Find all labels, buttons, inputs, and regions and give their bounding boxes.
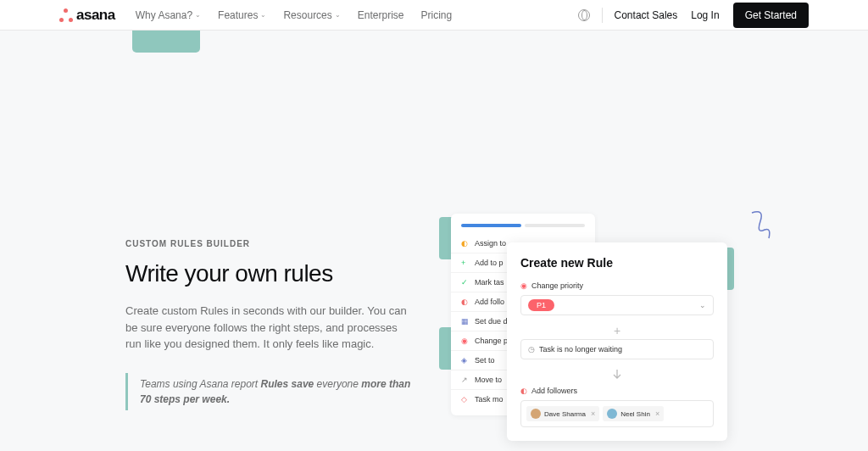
squiggle-icon <box>748 209 773 242</box>
testimonial-quote: Teams using Asana report Rules save ever… <box>125 373 414 410</box>
chevron-down-icon: ⌄ <box>260 11 266 19</box>
chevron-down-icon: ⌄ <box>335 11 341 19</box>
globe-icon[interactable] <box>578 9 590 21</box>
divider <box>602 8 603 23</box>
comment-icon: ◇ <box>461 395 470 404</box>
clock-icon: ◷ <box>528 345 535 354</box>
user-chip[interactable]: Dave Sharma× <box>526 406 599 421</box>
field-label: ◉Change priority <box>520 281 714 290</box>
avatar <box>607 409 617 419</box>
nav-enterprise[interactable]: Enterprise <box>358 9 404 21</box>
field-label: ◐Add followers <box>520 387 714 395</box>
eyebrow-text: CUSTOM RULES BUILDER <box>125 239 414 248</box>
main-header: asana Why Asana?⌄ Features⌄ Resources⌄ E… <box>0 0 868 31</box>
avatar <box>531 409 541 419</box>
tab-active[interactable] <box>461 224 521 227</box>
followers-input[interactable]: Dave Sharma× Neel Shin× <box>520 400 714 427</box>
remove-icon[interactable]: × <box>591 409 595 418</box>
logo-text: asana <box>76 7 115 24</box>
user-chip[interactable]: Neel Shin× <box>603 406 664 421</box>
logo[interactable]: asana <box>59 7 115 24</box>
user-icon: ◐ <box>461 239 470 248</box>
main-nav: Why Asana?⌄ Features⌄ Resources⌄ Enterpr… <box>136 9 452 21</box>
remove-icon[interactable]: × <box>655 409 659 418</box>
tab-bar <box>451 220 595 234</box>
login-link[interactable]: Log In <box>691 9 719 21</box>
flow-arrow-icon <box>520 368 714 383</box>
get-started-button[interactable]: Get Started <box>733 3 809 28</box>
page-heading: Write your own rules <box>125 260 414 287</box>
chevron-down-icon: ⌄ <box>699 301 706 309</box>
chevron-down-icon: ⌄ <box>195 11 201 19</box>
add-condition-button[interactable]: + <box>520 324 714 337</box>
content-block: CUSTOM RULES BUILDER Write your own rule… <box>125 239 414 410</box>
page-body: CUSTOM RULES BUILDER Write your own rule… <box>0 31 868 451</box>
nav-resources[interactable]: Resources⌄ <box>283 9 340 21</box>
plus-icon: + <box>461 259 470 267</box>
contact-sales-link[interactable]: Contact Sales <box>615 9 678 21</box>
nav-why-asana[interactable]: Why Asana?⌄ <box>136 9 201 21</box>
body-text: Create custom Rules in seconds with our … <box>125 303 414 353</box>
user-icon: ◐ <box>461 298 470 306</box>
nav-features[interactable]: Features⌄ <box>218 9 266 21</box>
priority-dropdown[interactable]: P1 ⌄ <box>520 295 714 315</box>
move-icon: ↗ <box>461 376 470 384</box>
create-rule-panel: Create new Rule ◉Change priority P1 ⌄ + … <box>507 242 727 441</box>
rules-illustration: ◐Assign to +Add to p ✓Mark tas ◐Add foll… <box>442 183 849 451</box>
logo-icon <box>59 8 73 22</box>
priority-icon: ◉ <box>520 281 527 290</box>
priority-pill: P1 <box>528 299 554 311</box>
calendar-icon: ▦ <box>461 317 470 326</box>
check-icon: ✓ <box>461 278 470 287</box>
condition-box[interactable]: ◷Task is no longer waiting <box>520 339 714 359</box>
tag-icon: ◈ <box>461 356 470 365</box>
user-icon: ◐ <box>520 387 527 395</box>
priority-icon: ◉ <box>461 337 470 345</box>
tab-inactive[interactable] <box>525 224 585 227</box>
panel-title: Create new Rule <box>520 256 714 270</box>
nav-pricing[interactable]: Pricing <box>421 9 453 21</box>
